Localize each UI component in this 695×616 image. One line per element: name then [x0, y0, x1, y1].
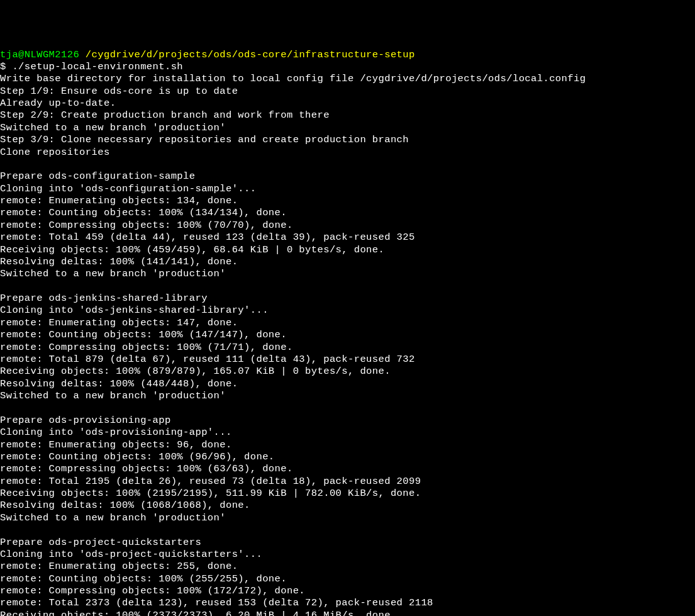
output-lines: Write base directory for installation to…: [0, 73, 695, 616]
command-text: ./setup-local-environment.sh: [12, 61, 183, 72]
prompt-dollar: $: [0, 61, 12, 72]
output-line: Cloning into 'ods-jenkins-shared-library…: [0, 305, 695, 316]
output-line: Receiving objects: 100% (2195/2195), 511…: [0, 488, 695, 500]
output-line: Switched to a new branch 'production': [0, 268, 695, 280]
prompt-line: tja@NLWGM2126 /cygdrive/d/projects/ods/o…: [0, 49, 695, 61]
output-line: remote: Total 879 (delta 67), reused 111…: [0, 354, 695, 366]
output-line: remote: Enumerating objects: 147, done.: [0, 317, 695, 329]
output-line: Receiving objects: 100% (2373/2373), 6.2…: [0, 610, 695, 616]
output-line: Clone repositories: [0, 147, 695, 159]
output-line: remote: Compressing objects: 100% (63/63…: [0, 463, 695, 475]
command-line: $ ./setup-local-environment.sh: [0, 61, 695, 73]
output-line: remote: Total 2195 (delta 26), reused 73…: [0, 476, 695, 488]
output-line: remote: Total 459 (delta 44), reused 123…: [0, 232, 695, 244]
output-line: Step 2/9: Create production branch and w…: [0, 109, 695, 121]
output-line: remote: Counting objects: 100% (134/134)…: [0, 207, 695, 219]
output-line: remote: Counting objects: 100% (96/96), …: [0, 451, 695, 463]
output-line: Step 1/9: Ensure ods-core is up to date: [0, 86, 695, 98]
output-line: [0, 402, 695, 414]
output-line: Step 3/9: Clone necessary repositories a…: [0, 134, 695, 146]
output-line: Prepare ods-jenkins-shared-library: [0, 293, 695, 305]
output-line: Write base directory for installation to…: [0, 73, 695, 85]
output-line: Cloning into 'ods-provisioning-app'...: [0, 427, 695, 439]
output-line: Prepare ods-provisioning-app: [0, 415, 695, 427]
output-line: remote: Counting objects: 100% (147/147)…: [0, 329, 695, 341]
output-line: remote: Counting objects: 100% (255/255)…: [0, 573, 695, 585]
output-line: remote: Enumerating objects: 96, done.: [0, 439, 695, 451]
output-line: Resolving deltas: 100% (448/448), done.: [0, 378, 695, 390]
output-line: Prepare ods-configuration-sample: [0, 171, 695, 182]
output-line: remote: Total 2373 (delta 123), reused 1…: [0, 597, 695, 609]
output-line: Cloning into 'ods-configuration-sample'.…: [0, 183, 695, 195]
output-line: Prepare ods-project-quickstarters: [0, 537, 695, 549]
output-line: remote: Compressing objects: 100% (71/71…: [0, 342, 695, 354]
output-line: Cloning into 'ods-project-quickstarters'…: [0, 549, 695, 561]
prompt-path: /cygdrive/d/projects/ods/ods-core/infras…: [86, 49, 415, 60]
output-line: [0, 524, 695, 536]
output-line: Already up-to-date.: [0, 98, 695, 109]
output-line: remote: Compressing objects: 100% (70/70…: [0, 220, 695, 232]
output-line: remote: Enumerating objects: 255, done.: [0, 561, 695, 573]
output-line: Receiving objects: 100% (879/879), 165.0…: [0, 366, 695, 378]
output-line: [0, 281, 695, 293]
output-line: Resolving deltas: 100% (141/141), done.: [0, 256, 695, 268]
output-line: Switched to a new branch 'production': [0, 512, 695, 524]
terminal-output[interactable]: tja@NLWGM2126 /cygdrive/d/projects/ods/o…: [0, 49, 695, 617]
output-line: Switched to a new branch 'production': [0, 390, 695, 402]
output-line: [0, 159, 695, 171]
prompt-user: tja@NLWGM2126: [0, 49, 79, 60]
output-line: Switched to a new branch 'production': [0, 122, 695, 134]
output-line: Receiving objects: 100% (459/459), 68.64…: [0, 244, 695, 256]
output-line: remote: Enumerating objects: 134, done.: [0, 195, 695, 207]
output-line: remote: Compressing objects: 100% (172/1…: [0, 585, 695, 597]
output-line: Resolving deltas: 100% (1068/1068), done…: [0, 500, 695, 512]
